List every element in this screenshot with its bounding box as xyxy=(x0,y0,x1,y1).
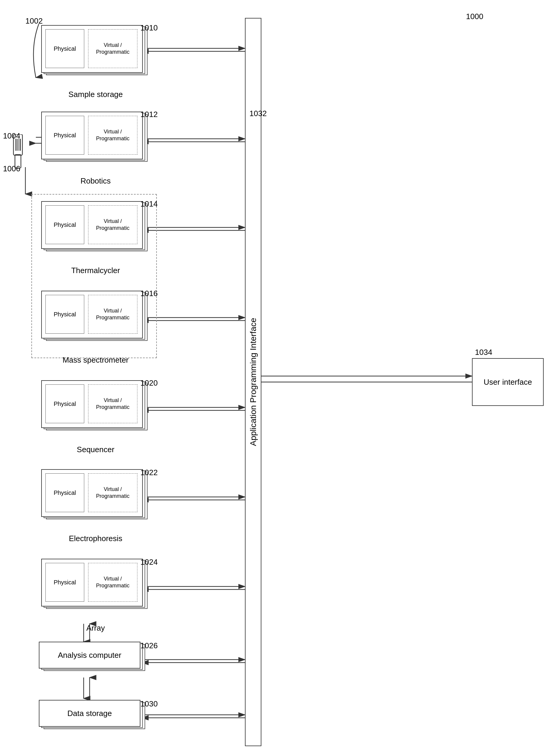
electrophoresis-group: Physical Virtual /Programmatic Electroph… xyxy=(39,468,152,531)
analysis-computer-label: Analysis computer xyxy=(58,651,121,660)
sequencer-label: Sequencer xyxy=(39,445,152,454)
robotics-virtual-box: Virtual /Programmatic xyxy=(88,116,137,155)
api-bar-label: Application Programming Interface xyxy=(249,318,258,446)
ref-1004: 1004 xyxy=(3,131,20,141)
array-physical-box: Physical xyxy=(45,563,84,602)
array-virtual-box: Virtual /Programmatic xyxy=(88,563,137,602)
ref-1026: 1026 xyxy=(141,641,158,650)
mass-spec-group: Physical Virtual /Programmatic Mass spec… xyxy=(39,290,152,352)
thermalcycler-physical-box: Physical xyxy=(45,205,84,244)
sample-storage-physical-box: Physical xyxy=(45,29,84,68)
api-bar: Application Programming Interface xyxy=(245,18,261,746)
electrophoresis-virtual-box: Virtual /Programmatic xyxy=(88,474,137,512)
thermalcycler-group: Physical Virtual /Programmatic Thermalcy… xyxy=(39,200,152,263)
sample-storage-label: Sample storage xyxy=(39,90,152,99)
sequencer-virtual-box: Virtual /Programmatic xyxy=(88,384,137,423)
analysis-computer-box: Analysis computer xyxy=(39,642,141,669)
sample-storage-group: Physical Virtual /Programmatic Sample st… xyxy=(39,24,152,86)
ref-1034: 1034 xyxy=(475,348,492,357)
thermalcycler-virtual-box: Virtual /Programmatic xyxy=(88,205,137,244)
diagram-container: 1000 1002 Physical Virtual /Programmatic… xyxy=(0,0,558,756)
robotics-physical-box: Physical xyxy=(45,116,84,155)
analysis-computer-group: Analysis computer xyxy=(39,642,146,675)
robotics-group: Physical Virtual /Programmatic Robotics xyxy=(39,110,152,173)
electrophoresis-label: Electrophoresis xyxy=(39,534,152,543)
ref-1022: 1022 xyxy=(141,468,158,477)
ref-1006: 1006 xyxy=(3,164,20,173)
ref-1014: 1014 xyxy=(141,199,158,209)
sequencer-main-box: Physical Virtual /Programmatic xyxy=(41,380,143,428)
ref-1030: 1030 xyxy=(141,699,158,708)
robotics-label: Robotics xyxy=(39,177,152,186)
thermalcycler-main-box: Physical Virtual /Programmatic xyxy=(41,201,143,249)
array-label: Array xyxy=(39,623,152,633)
ref-1010: 1010 xyxy=(141,23,158,32)
sample-storage-virtual-box: Virtual /Programmatic xyxy=(88,29,137,68)
thermalcycler-label: Thermalcycler xyxy=(39,266,152,275)
electrophoresis-physical-box: Physical xyxy=(45,474,84,512)
ref-1020: 1020 xyxy=(141,378,158,388)
user-interface-label: User interface xyxy=(484,378,532,387)
ref-1032: 1032 xyxy=(249,109,267,118)
data-storage-label: Data storage xyxy=(68,709,112,718)
array-main-box: Physical Virtual /Programmatic xyxy=(41,559,143,606)
array-group: Physical Virtual /Programmatic Array xyxy=(39,558,152,620)
sequencer-physical-box: Physical xyxy=(45,384,84,423)
mass-spec-virtual-box: Virtual /Programmatic xyxy=(88,295,137,334)
data-storage-group: Data storage xyxy=(39,700,146,733)
sequencer-group: Physical Virtual /Programmatic Sequencer xyxy=(39,379,152,442)
user-interface-box: User interface xyxy=(472,358,544,406)
mass-spec-physical-box: Physical xyxy=(45,295,84,334)
sample-storage-main-box: Physical Virtual /Programmatic xyxy=(41,25,143,73)
ref-1024: 1024 xyxy=(141,558,158,567)
mass-spec-label: Mass spectrometer xyxy=(39,355,152,365)
data-storage-box: Data storage xyxy=(39,700,141,727)
robotics-main-box: Physical Virtual /Programmatic xyxy=(41,112,143,159)
ref-1012: 1012 xyxy=(141,110,158,119)
ref-1000: 1000 xyxy=(466,12,483,21)
mass-spec-main-box: Physical Virtual /Programmatic xyxy=(41,291,143,339)
electrophoresis-main-box: Physical Virtual /Programmatic xyxy=(41,469,143,517)
ref-1016: 1016 xyxy=(141,289,158,298)
